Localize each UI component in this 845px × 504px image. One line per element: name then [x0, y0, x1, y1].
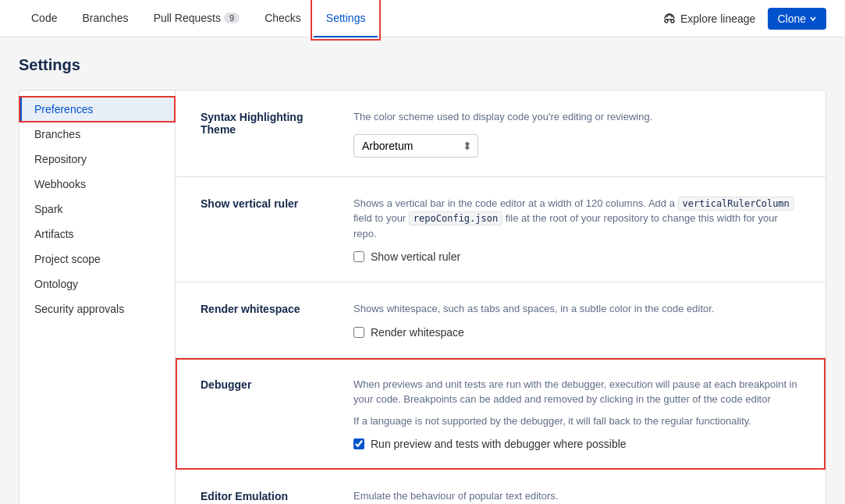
- sidebar-item-preferences[interactable]: Preferences: [20, 97, 175, 122]
- page-content: Settings Preferences Branches Repository…: [0, 37, 845, 504]
- pull-requests-badge: 9: [224, 12, 240, 23]
- syntax-highlighting-section: Syntax Highlighting Theme The color sche…: [176, 91, 825, 177]
- settings-layout: Preferences Branches Repository Webhooks…: [19, 90, 826, 504]
- vertical-ruler-section: Show vertical ruler Shows a vertical bar…: [176, 177, 825, 283]
- render-whitespace-description: Shows whitespace, such as tabs and space…: [353, 301, 801, 317]
- sidebar-item-artifacts[interactable]: Artifacts: [20, 222, 175, 247]
- vertical-ruler-description: Shows a vertical bar in the code editor …: [353, 196, 801, 242]
- main-settings-content: Syntax Highlighting Theme The color sche…: [176, 91, 825, 504]
- sidebar-item-ontology[interactable]: Ontology: [20, 272, 175, 296]
- editor-emulation-label: Editor Emulation: [201, 488, 341, 504]
- sidebar-item-security-approvals[interactable]: Security approvals: [20, 296, 175, 321]
- syntax-highlighting-content: The color scheme used to display code yo…: [353, 109, 801, 158]
- sidebar: Preferences Branches Repository Webhooks…: [20, 91, 176, 504]
- vertical-ruler-label: Show vertical ruler: [201, 196, 341, 264]
- render-whitespace-content: Shows whitespace, such as tabs and space…: [353, 301, 801, 339]
- vertical-ruler-checkbox[interactable]: [353, 251, 364, 262]
- sidebar-item-repository[interactable]: Repository: [20, 147, 175, 172]
- editor-emulation-section: Editor Emulation Emulate the behaviour o…: [176, 470, 825, 504]
- vertical-ruler-code1: verticalRulerColumn: [678, 197, 794, 211]
- debugger-checkbox-row: Run preview and tests with debugger wher…: [353, 438, 801, 450]
- vertical-ruler-checkbox-label: Show vertical ruler: [371, 250, 460, 263]
- debugger-description: When previews and unit tests are run wit…: [353, 377, 801, 429]
- debugger-content: When previews and unit tests are run wit…: [353, 377, 801, 451]
- nav-tab-checks[interactable]: Checks: [252, 0, 314, 37]
- debugger-checkbox[interactable]: [353, 438, 364, 449]
- sidebar-item-branches[interactable]: Branches: [20, 122, 175, 147]
- nav-tab-code[interactable]: Code: [19, 0, 69, 37]
- explore-lineage-icon: [663, 12, 676, 25]
- nav-tab-branches[interactable]: Branches: [69, 0, 140, 37]
- theme-select-wrapper: Arboretum Default Dark Light ⬍: [353, 134, 478, 158]
- theme-select[interactable]: Arboretum Default Dark Light: [353, 134, 478, 158]
- nav-tab-settings[interactable]: Settings: [314, 0, 378, 37]
- clone-chevron-icon: [809, 15, 817, 23]
- syntax-highlighting-description: The color scheme used to display code yo…: [353, 109, 801, 125]
- nav-tabs: Code Branches Pull Requests 9 Checks Set…: [19, 0, 378, 37]
- render-whitespace-checkbox[interactable]: [353, 327, 364, 338]
- nav-tab-pullrequests[interactable]: Pull Requests 9: [141, 0, 253, 37]
- render-whitespace-label: Render whitespace: [201, 301, 341, 339]
- render-whitespace-checkbox-label: Render whitespace: [371, 326, 464, 339]
- clone-button[interactable]: Clone: [768, 8, 826, 30]
- sidebar-item-project-scope[interactable]: Project scope: [20, 247, 175, 272]
- editor-emulation-description: Emulate the behaviour of popular text ed…: [353, 488, 801, 504]
- sidebar-item-spark[interactable]: Spark: [20, 197, 175, 222]
- render-whitespace-section: Render whitespace Shows whitespace, such…: [176, 282, 825, 358]
- debugger-label: Debugger: [201, 377, 341, 451]
- explore-lineage-btn[interactable]: Explore lineage: [663, 12, 756, 25]
- top-nav: Code Branches Pull Requests 9 Checks Set…: [0, 0, 845, 37]
- render-whitespace-checkbox-row: Render whitespace: [353, 326, 801, 339]
- debugger-checkbox-label: Run preview and tests with debugger wher…: [371, 438, 627, 450]
- syntax-highlighting-label: Syntax Highlighting Theme: [201, 109, 341, 158]
- vertical-ruler-content: Shows a vertical bar in the code editor …: [353, 196, 801, 264]
- debugger-section: Debugger When previews and unit tests ar…: [176, 358, 825, 470]
- nav-actions: Explore lineage Clone: [663, 8, 826, 30]
- vertical-ruler-code2: repoConfig.json: [409, 211, 502, 225]
- page-title: Settings: [19, 56, 826, 74]
- vertical-ruler-checkbox-row: Show vertical ruler: [353, 250, 801, 263]
- editor-emulation-content: Emulate the behaviour of popular text ed…: [353, 488, 801, 504]
- sidebar-item-webhooks[interactable]: Webhooks: [20, 172, 175, 197]
